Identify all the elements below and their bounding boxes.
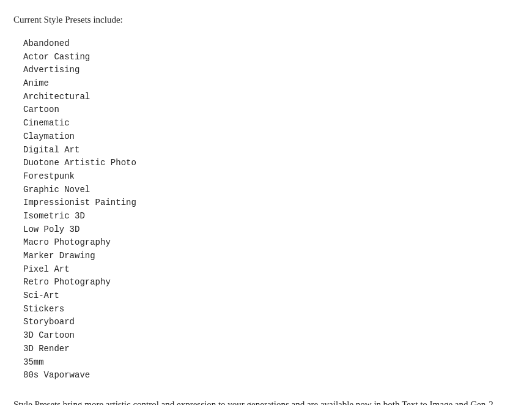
preset-item: 35mm [23,356,519,370]
preset-item: Cartoon [23,103,519,117]
header-text: Current Style Presets include: [13,15,519,25]
preset-item: Duotone Artistic Photo [23,157,519,170]
preset-item: Marker Drawing [23,250,519,263]
preset-item: Retro Photography [23,276,519,289]
preset-item: Storyboard [23,316,519,329]
preset-item: 80s Vaporwave [23,369,519,382]
preset-item: Impressionist Painting [23,196,519,210]
preset-item: Forestpunk [23,170,519,184]
preset-item: Anime [23,77,519,91]
preset-item: Sci-Art [23,289,519,303]
preset-item: Low Poly 3D [23,223,519,237]
preset-item: 3D Cartoon [23,329,519,343]
preset-item: Stickers [23,303,519,316]
preset-item: Macro Photography [23,236,519,250]
preset-item: 3D Render [23,343,519,356]
preset-item: Actor Casting [23,51,519,64]
preset-item: Advertising [23,64,519,77]
preset-item: Architectural [23,91,519,104]
presets-list: AbandonedActor CastingAdvertisingAnimeAr… [13,37,519,382]
preset-item: Graphic Novel [23,184,519,197]
footer-text: Style Presets bring more artistic contro… [13,397,519,405]
preset-item: Isometric 3D [23,210,519,223]
preset-item: Pixel Art [23,263,519,277]
preset-item: Abandoned [23,37,519,51]
preset-item: Claymation [23,130,519,144]
preset-item: Cinematic [23,117,519,130]
preset-item: Digital Art [23,144,519,157]
